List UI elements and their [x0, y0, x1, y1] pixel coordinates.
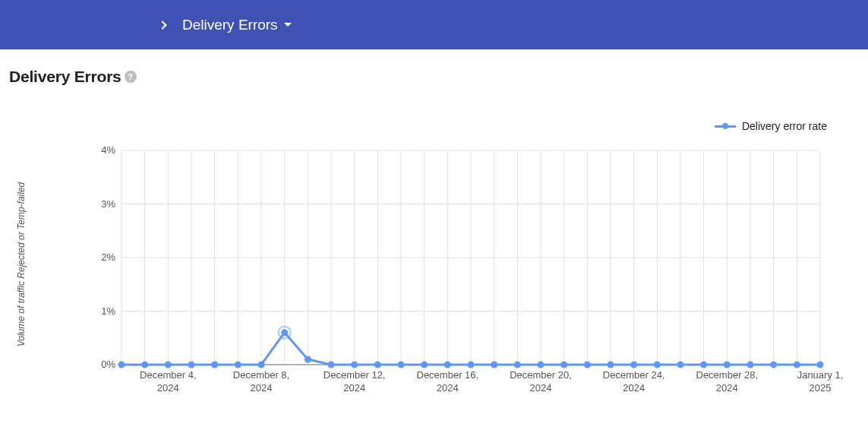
metric-dropdown-label: Delivery Errors	[182, 17, 278, 33]
data-point[interactable]	[258, 362, 265, 368]
help-icon[interactable]: ?	[125, 71, 137, 83]
data-point[interactable]	[235, 362, 241, 368]
data-point[interactable]	[677, 362, 684, 368]
data-point[interactable]	[188, 362, 195, 368]
y-tick-label: 0%	[101, 359, 115, 370]
metric-dropdown[interactable]: Delivery Errors	[182, 17, 292, 33]
data-point[interactable]	[770, 362, 777, 368]
page-title: Delivery Errors	[9, 68, 122, 86]
header-bar: Delivery Errors	[0, 0, 868, 49]
page-title-row: Delivery Errors ?	[9, 68, 868, 86]
data-point[interactable]	[700, 362, 707, 368]
legend-series-label: Delivery error rate	[742, 120, 827, 132]
data-point[interactable]	[444, 362, 451, 368]
chevron-right-icon	[158, 21, 166, 29]
x-tick-label: December 28, 2024	[696, 369, 759, 395]
data-point[interactable]	[654, 362, 661, 368]
data-point[interactable]	[374, 362, 381, 368]
x-tick-label: December 16, 2024	[417, 369, 479, 395]
y-tick-label: 4%	[101, 144, 115, 156]
data-point[interactable]	[118, 362, 125, 368]
y-tick-label: 1%	[101, 305, 115, 317]
data-point[interactable]	[351, 362, 358, 368]
line-chart: 0%1%2%3%4%	[91, 144, 828, 372]
data-point[interactable]	[141, 362, 148, 368]
data-point[interactable]	[747, 362, 754, 368]
data-point[interactable]	[328, 362, 335, 368]
data-point[interactable]	[491, 362, 497, 368]
data-point[interactable]	[211, 362, 218, 368]
x-tick-label: January 1, 2025	[797, 369, 844, 395]
caret-down-icon	[284, 23, 292, 27]
x-tick-label: December 8, 2024	[233, 369, 289, 395]
x-tick-label: December 4, 2024	[140, 369, 196, 395]
data-point[interactable]	[165, 362, 172, 368]
data-point[interactable]	[584, 362, 591, 368]
x-tick-label: December 20, 2024	[510, 369, 572, 395]
y-tick-label: 3%	[101, 198, 115, 210]
data-point[interactable]	[538, 362, 544, 368]
data-point[interactable]	[514, 362, 521, 368]
data-point[interactable]	[421, 362, 428, 368]
x-tick-label: December 24, 2024	[603, 369, 665, 395]
data-point[interactable]	[724, 362, 731, 368]
data-point[interactable]	[468, 362, 475, 368]
data-point[interactable]	[817, 362, 824, 368]
chart-container: Delivery error rate Volume of traffic Re…	[0, 99, 868, 430]
data-point[interactable]	[281, 329, 288, 336]
data-point[interactable]	[398, 362, 405, 368]
data-point[interactable]	[794, 362, 800, 368]
data-point[interactable]	[630, 362, 637, 368]
data-point[interactable]	[560, 362, 567, 368]
legend-swatch-icon	[715, 122, 736, 131]
data-point[interactable]	[305, 356, 311, 362]
y-axis-label: Volume of traffic Rejected or Temp-faile…	[16, 150, 27, 378]
y-tick-label: 2%	[101, 251, 115, 263]
data-point[interactable]	[608, 362, 614, 368]
chart-legend: Delivery error rate	[715, 120, 827, 132]
x-tick-label: December 12, 2024	[324, 369, 386, 395]
